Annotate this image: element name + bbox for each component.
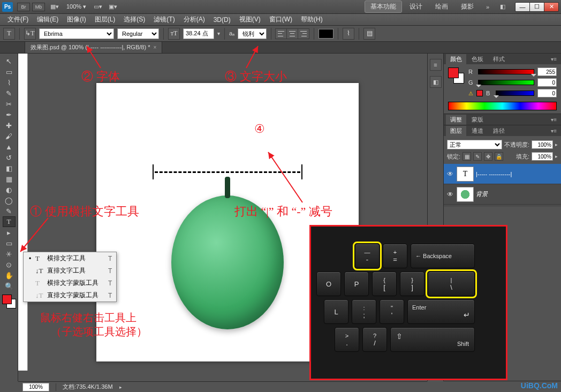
history-brush-tool[interactable]: ↺ — [3, 152, 16, 163]
marquee-tool[interactable]: ▭ — [3, 66, 16, 77]
chevron-down-icon[interactable]: ▾ — [217, 31, 220, 36]
layer-row[interactable]: 👁 T |----- -----------| — [444, 164, 561, 184]
menu-analysis[interactable]: 分析(A) — [179, 15, 209, 24]
menu-view[interactable]: 视图(V) — [235, 15, 265, 24]
workspace-painting[interactable]: 绘画 — [430, 1, 453, 12]
text-color-swatch[interactable] — [319, 29, 333, 39]
menu-edit[interactable]: 编辑(E) — [33, 15, 63, 24]
text-orientation-icon[interactable]: ↳T — [24, 28, 36, 40]
menu-filter[interactable]: 滤镜(T) — [149, 15, 179, 24]
g-input[interactable] — [537, 78, 557, 87]
r-slider[interactable] — [478, 69, 534, 74]
menu-image[interactable]: 图像(I) — [63, 15, 90, 24]
bridge-button[interactable]: Br — [17, 3, 30, 11]
lasso-tool[interactable]: ⌇ — [3, 77, 16, 88]
workspace-more-icon[interactable]: » — [482, 3, 493, 11]
info-panel-icon[interactable]: ◧ — [430, 76, 442, 88]
tool-preset-icon[interactable]: T — [3, 28, 15, 40]
warp-text-icon[interactable]: ⌇ — [343, 28, 354, 40]
window-close-button[interactable]: ✕ — [544, 2, 559, 12]
opacity-input[interactable] — [532, 140, 553, 149]
tab-paths[interactable]: 路径 — [489, 126, 509, 136]
panel-menu-icon[interactable]: ▾≡ — [549, 128, 559, 134]
workspace-essentials[interactable]: 基本功能 — [365, 1, 402, 13]
screen-mode-icon[interactable]: ▣▾ — [108, 3, 118, 11]
tab-layers[interactable]: 图层 — [446, 126, 466, 136]
align-center-button[interactable] — [286, 28, 298, 39]
g-slider[interactable] — [478, 80, 534, 85]
hand-tool[interactable]: ✋ — [3, 270, 16, 281]
tab-swatches[interactable]: 色板 — [467, 54, 488, 64]
pen-tool[interactable]: ✎ — [3, 206, 16, 216]
tab-color[interactable]: 颜色 — [446, 54, 466, 64]
layer-thumbnail[interactable] — [457, 187, 474, 202]
workspace-photography[interactable]: 摄影 — [456, 1, 479, 12]
font-size-input[interactable] — [183, 28, 214, 39]
eyedropper-tool[interactable]: ✒ — [3, 109, 16, 120]
color-picker[interactable] — [2, 295, 16, 308]
crop-tool[interactable]: ✂ — [3, 99, 16, 109]
minibridge-button[interactable]: Mb — [32, 3, 45, 11]
layer-row[interactable]: 👁 背景 — [444, 184, 561, 205]
healing-tool[interactable]: ✚ — [3, 120, 16, 131]
path-select-tool[interactable]: ▸ — [3, 227, 16, 238]
type-tool[interactable]: T — [3, 216, 16, 227]
lock-all-icon[interactable]: 🔒 — [495, 152, 503, 161]
lock-transparency-icon[interactable]: ▦ — [463, 152, 471, 161]
dodge-tool[interactable]: ◯ — [3, 195, 16, 206]
blur-tool[interactable]: ◐ — [3, 184, 16, 195]
layer-name[interactable]: |----- -----------| — [476, 171, 512, 177]
menu-layer[interactable]: 图层(L) — [90, 15, 120, 24]
r-input[interactable] — [537, 67, 557, 76]
visibility-icon[interactable]: 👁 — [446, 170, 454, 178]
move-tool[interactable]: ↖ — [3, 56, 16, 66]
visibility-icon[interactable]: 👁 — [446, 191, 454, 198]
history-panel-icon[interactable]: ≡ — [430, 59, 442, 71]
fill-input[interactable] — [532, 152, 553, 161]
layer-name[interactable]: 背景 — [476, 190, 488, 198]
shape-tool[interactable]: ▭ — [3, 238, 16, 248]
font-family-select[interactable]: Ebrima — [39, 28, 114, 39]
flyout-item-vertical-type-mask[interactable]: ↓T直排文字蒙版工具T — [24, 289, 116, 301]
zoom-input[interactable] — [22, 383, 49, 391]
menu-help[interactable]: 帮助(H) — [297, 15, 327, 24]
blend-mode-select[interactable]: 正常 — [447, 140, 502, 149]
flyout-item-horizontal-type[interactable]: •T横排文字工具T — [24, 252, 116, 265]
3d-camera-tool[interactable]: ⊙ — [3, 259, 16, 270]
menu-file[interactable]: 文件(F) — [3, 15, 33, 24]
flyout-item-horizontal-type-mask[interactable]: T横排文字蒙版工具T — [24, 277, 116, 289]
align-left-button[interactable] — [275, 28, 287, 39]
3d-tool[interactable]: ⚹ — [3, 248, 16, 259]
zoom-level[interactable]: 100% ▾ — [66, 3, 86, 10]
menu-window[interactable]: 窗口(W) — [265, 15, 297, 24]
antialias-select[interactable]: 锐利 — [238, 28, 267, 39]
stamp-tool[interactable]: ▲ — [3, 141, 16, 152]
flyout-item-vertical-type[interactable]: ↓T直排文字工具T — [24, 265, 116, 277]
character-panel-icon[interactable]: ▤ — [363, 28, 375, 40]
arrange-icon[interactable]: ▭▾ — [93, 3, 103, 11]
lock-position-icon[interactable]: ✥ — [484, 152, 492, 161]
color-spectrum[interactable] — [448, 102, 557, 110]
window-maximize-button[interactable]: ☐ — [529, 2, 544, 12]
lock-pixels-icon[interactable]: ✎ — [473, 152, 482, 161]
eraser-tool[interactable]: ◧ — [3, 163, 16, 174]
b-input[interactable] — [537, 89, 557, 97]
panel-menu-icon[interactable]: ▾≡ — [549, 56, 559, 62]
workspace-design[interactable]: 设计 — [404, 1, 428, 12]
align-right-button[interactable] — [298, 28, 309, 39]
zoom-tool[interactable]: 🔍 — [3, 281, 16, 291]
close-icon[interactable]: × — [153, 44, 156, 50]
color-fgbg[interactable] — [448, 67, 464, 84]
chevron-right-icon[interactable]: ▸ — [119, 385, 122, 390]
view-extras-icon[interactable]: ▦▾ — [49, 3, 60, 11]
menu-3d[interactable]: 3D(D) — [209, 16, 235, 24]
brush-tool[interactable]: 🖌 — [3, 131, 16, 141]
tab-adjustments[interactable]: 调整 — [446, 115, 466, 125]
layer-thumbnail[interactable]: T — [457, 167, 474, 182]
quick-select-tool[interactable]: ✎ — [3, 88, 16, 99]
tab-styles[interactable]: 样式 — [489, 54, 509, 64]
window-minimize-button[interactable]: — — [515, 2, 530, 12]
panel-menu-icon[interactable]: ▾≡ — [549, 117, 559, 123]
tab-channels[interactable]: 通道 — [467, 126, 488, 136]
b-slider[interactable] — [496, 91, 534, 96]
